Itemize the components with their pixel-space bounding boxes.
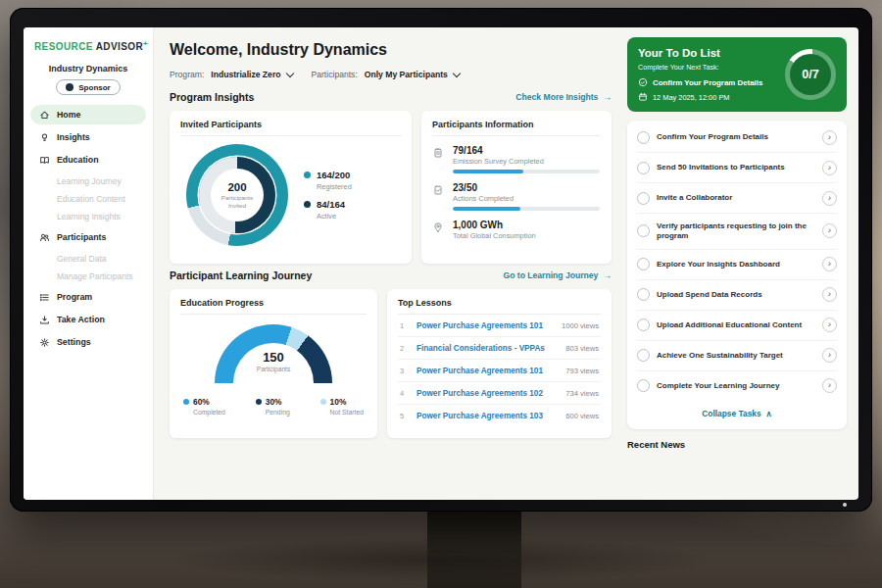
card-title: Education Progress <box>180 298 367 315</box>
task-checkbox[interactable] <box>637 318 650 331</box>
dashboard-screen: RESOURCE ADVISOR+ Industry Dynamics Spon… <box>24 27 858 500</box>
lesson-link[interactable]: Power Purchase Agreements 103 <box>416 412 557 420</box>
task-checkbox[interactable] <box>637 131 650 144</box>
lesson-rank: 1 <box>400 321 408 330</box>
task-chevron-icon[interactable]: › <box>822 318 837 332</box>
task-chevron-icon[interactable]: › <box>822 130 837 145</box>
task-checkbox[interactable] <box>637 288 650 301</box>
sponsor-badge[interactable]: Sponsor <box>56 79 120 95</box>
task-chevron-icon[interactable]: › <box>822 257 837 271</box>
home-icon <box>39 110 50 121</box>
task-checkbox[interactable] <box>637 224 650 237</box>
sidebar-item-education-content[interactable]: Education Content <box>30 190 146 207</box>
lesson-link[interactable]: Financial Considerations - VPPAs <box>416 344 557 353</box>
task-row-confirm-program[interactable]: Confirm Your Program Details › <box>637 122 837 153</box>
emission-survey-progressbar <box>453 170 600 173</box>
task-row-send-invitations[interactable]: Send 50 Invitations to Participants › <box>637 153 837 183</box>
stat-bar-fill-1 <box>453 207 520 211</box>
people-icon <box>39 232 50 243</box>
chevron-down-icon <box>285 70 293 77</box>
legend-value: 164/200 <box>317 170 350 180</box>
link-label: Go to Learning Journey <box>503 270 598 280</box>
task-chevron-icon[interactable]: › <box>822 378 837 393</box>
task-checkbox[interactable] <box>637 192 650 205</box>
section-title-learning-journey: Participant Learning Journey <box>170 270 312 281</box>
task-chevron-icon[interactable]: › <box>822 348 837 363</box>
task-checkbox[interactable] <box>637 379 650 392</box>
task-row-complete-learning-journey[interactable]: Complete Your Learning Journey › <box>637 371 837 401</box>
download-tray-icon <box>39 315 50 325</box>
task-chevron-icon[interactable]: › <box>822 191 837 206</box>
stat-label: Actions Completed <box>453 194 600 203</box>
sidebar-item-general-data[interactable]: General Data <box>30 250 146 267</box>
stat-global-consumption: 1,000 GWh Total Global Consumption <box>432 220 601 244</box>
sidebar-item-settings[interactable]: Settings <box>30 332 146 352</box>
task-label: Explore Your Insights Dashboard <box>657 260 815 270</box>
task-row-verify-participants[interactable]: Verify participants requesting to join t… <box>637 214 837 250</box>
task-row-explore-insights[interactable]: Explore Your Insights Dashboard › <box>637 250 837 280</box>
sidebar-item-label: Program <box>57 292 92 302</box>
sidebar-item-participants[interactable]: Participants <box>30 227 146 247</box>
lesson-row: 4 Power Purchase Agreements 102 734 view… <box>398 382 601 405</box>
task-label: Achieve One Sustainability Target <box>657 351 815 361</box>
todo-next-task[interactable]: Confirm Your Program Details <box>638 77 767 87</box>
gear-icon <box>39 337 50 348</box>
program-dropdown-value: Industrialize Zero <box>211 70 280 79</box>
participants-filter-label: Participants: <box>312 70 358 79</box>
task-row-upload-educational-content[interactable]: Upload Additional Educational Content › <box>637 311 837 341</box>
sidebar-item-education[interactable]: Education <box>30 150 146 170</box>
task-label: Invite a Collaborator <box>657 193 815 203</box>
task-checkbox[interactable] <box>637 349 650 362</box>
task-checkbox[interactable] <box>637 258 650 270</box>
donut-center: 200 Participants Invited <box>211 169 264 221</box>
todo-next-task-label: Confirm Your Program Details <box>653 78 762 87</box>
sidebar-item-take-action[interactable]: Take Action <box>30 310 146 329</box>
participants-dropdown-value: Only My Participants <box>365 70 448 79</box>
sidebar-item-learning-insights[interactable]: Learning Insights <box>30 208 146 224</box>
lesson-link[interactable]: Power Purchase Agreements 101 <box>416 367 557 375</box>
participants-information-card: Participants Information 79/164 Emission… <box>421 111 612 264</box>
task-row-invite-collaborator[interactable]: Invite a Collaborator › <box>637 183 837 214</box>
task-checkbox[interactable] <box>637 162 650 174</box>
sidebar-item-label: Learning Insights <box>57 212 121 221</box>
legend-label: Active <box>317 212 352 220</box>
stat-bar-fill-0 <box>453 170 523 173</box>
legend-label: Completed <box>193 409 225 416</box>
participants-dropdown[interactable]: Only My Participants <box>365 70 460 79</box>
sidebar-item-manage-participants[interactable]: Manage Participants <box>30 268 146 284</box>
lesson-row: 5 Power Purchase Agreements 103 600 view… <box>398 405 601 426</box>
arrow-right-icon: → <box>603 270 612 280</box>
stat-emission-survey: 79/164 Emission Survey Completed <box>432 145 601 173</box>
program-dropdown[interactable]: Industrialize Zero <box>211 70 292 79</box>
sidebar-item-program[interactable]: Program <box>30 287 146 307</box>
task-chevron-icon[interactable]: › <box>822 223 837 238</box>
sidebar-item-insights[interactable]: Insights <box>30 127 146 147</box>
lesson-row: 2 Financial Considerations - VPPAs 803 v… <box>398 337 601 360</box>
go-to-learning-journey-link[interactable]: Go to Learning Journey → <box>503 270 612 280</box>
legend-value: 30% <box>266 397 282 407</box>
task-row-upload-spend-data[interactable]: Upload Spend Data Records › <box>637 280 837 311</box>
collapse-tasks-button[interactable]: Collapse Tasks ∧ <box>637 401 837 427</box>
task-chevron-icon[interactable]: › <box>822 287 837 302</box>
sidebar-item-learning-journey[interactable]: Learning Journey <box>30 172 146 189</box>
sidebar-item-label: Education Content <box>57 194 125 204</box>
todo-progress-ring: 0/7 <box>785 49 836 100</box>
org-name: Industry Dynamics <box>24 64 153 74</box>
todo-due-date-label: 12 May 2025, 12:00 PM <box>653 93 729 102</box>
task-row-achieve-target[interactable]: Achieve One Sustainability Target › <box>637 341 837 371</box>
stat-label: Total Global Consumption <box>453 231 536 240</box>
lesson-link[interactable]: Power Purchase Agreements 101 <box>416 321 553 330</box>
sidebar-item-home[interactable]: Home <box>30 105 146 124</box>
task-chevron-icon[interactable]: › <box>822 161 837 175</box>
invited-donut-chart: 200 Participants Invited <box>186 144 288 246</box>
monitor-bezel: RESOURCE ADVISOR+ Industry Dynamics Spon… <box>10 8 872 512</box>
section-title-program-insights: Program Insights <box>170 91 254 103</box>
task-label: Verify participants requesting to join t… <box>657 221 815 242</box>
checklist-icon <box>432 184 444 196</box>
chevron-down-icon <box>453 70 461 77</box>
monitor-stand <box>427 506 521 588</box>
lesson-link[interactable]: Power Purchase Agreements 102 <box>416 389 557 398</box>
stat-actions-completed: 23/50 Actions Completed <box>432 182 601 211</box>
check-circle-icon <box>638 77 648 87</box>
check-more-insights-link[interactable]: Check More Insights → <box>515 92 612 102</box>
